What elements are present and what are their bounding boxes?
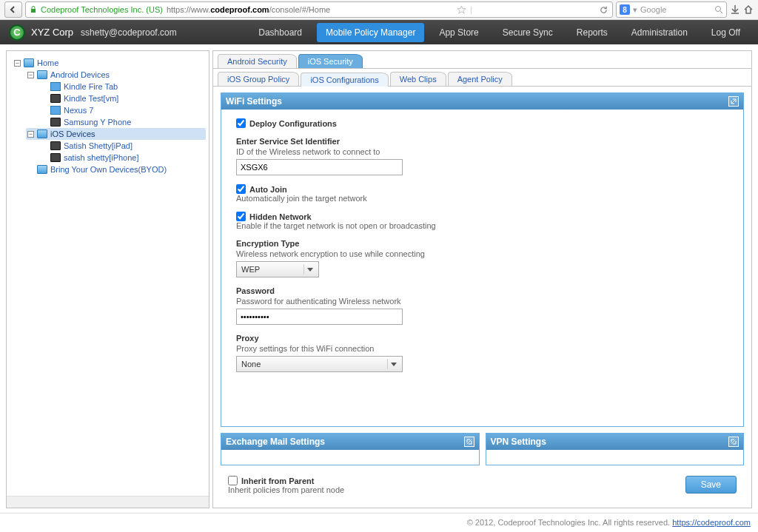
- home-icon[interactable]: [743, 4, 754, 15]
- svg-point-1: [716, 7, 721, 12]
- google-icon: 8: [620, 4, 630, 15]
- browser-back-button[interactable]: [4, 1, 22, 18]
- lock-icon: [30, 6, 37, 13]
- svg-rect-0: [31, 9, 36, 13]
- nav-dashboard[interactable]: Dashboard: [249, 23, 311, 42]
- url-text: https://www.codeproof.com/console/#/Home: [167, 5, 330, 14]
- refresh-icon[interactable]: [599, 5, 608, 15]
- back-arrow-icon: [9, 5, 18, 14]
- nav-reports[interactable]: Reports: [568, 23, 617, 42]
- svg-line-2: [720, 11, 722, 13]
- app-header: C XYZ Corp sshetty@codeproof.com Dashboa…: [0, 20, 758, 44]
- nav-mobile-policy-manager[interactable]: Mobile Policy Manager: [317, 23, 424, 42]
- search-box[interactable]: 8 ▾ Google: [616, 1, 727, 18]
- nav-administration[interactable]: Administration: [623, 23, 697, 42]
- search-icon: [714, 5, 723, 14]
- nav-secure-sync[interactable]: Secure Sync: [494, 23, 562, 42]
- search-placeholder: Google: [640, 5, 666, 14]
- company-name: XYZ Corp: [31, 27, 73, 38]
- user-email[interactable]: sshetty@codeproof.com: [81, 27, 177, 38]
- app-logo: C: [9, 24, 25, 41]
- nav-app-store[interactable]: App Store: [430, 23, 487, 42]
- site-identity: Codeproof Technologies Inc. (US): [41, 5, 163, 14]
- bookmark-star-icon[interactable]: [457, 5, 466, 15]
- browser-chrome: Codeproof Technologies Inc. (US) https:/…: [0, 0, 758, 20]
- nav-log-off[interactable]: Log Off: [702, 23, 749, 42]
- download-icon[interactable]: [730, 4, 740, 15]
- url-bar[interactable]: Codeproof Technologies Inc. (US) https:/…: [25, 1, 613, 18]
